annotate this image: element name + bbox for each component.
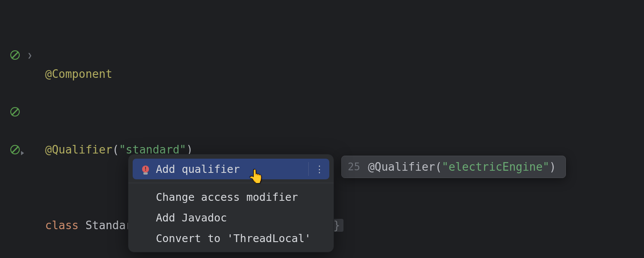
intention-item-label: Change access modifier <box>156 191 298 203</box>
intention-item-label: Add qualifier <box>156 163 240 175</box>
autowire-marker-icon <box>10 145 20 154</box>
paren: ( <box>435 160 442 173</box>
annotation: @Qualifier <box>45 143 112 156</box>
bean-marker-icon <box>10 50 20 60</box>
error-bulb-icon <box>140 164 151 174</box>
preview-string: "electricEngine" <box>442 160 549 173</box>
bean-marker-icon <box>10 107 20 117</box>
paren: ( <box>112 143 119 156</box>
keyword: class <box>45 219 79 232</box>
gutter-marker-bean[interactable] <box>0 102 45 121</box>
annotation: @Component <box>45 68 112 80</box>
intention-item-change-access[interactable]: Change access modifier <box>128 187 334 207</box>
gutter-marker-bean[interactable]: ❯ <box>0 46 45 64</box>
intention-item-convert-threadlocal[interactable]: Convert to 'ThreadLocal' <box>128 228 334 249</box>
intention-actions-popup: Add qualifier ⋮ Change access modifier A… <box>128 154 334 252</box>
fold-toggle-icon[interactable]: ❯ <box>27 51 32 60</box>
preview-line-number: 25 <box>348 161 360 173</box>
quickfix-preview-tooltip: 25 @Qualifier("electricEngine") <box>341 156 566 178</box>
intention-item-label: Add Javadoc <box>156 212 227 224</box>
divider <box>308 162 309 176</box>
intention-item-label: Convert to 'ThreadLocal' <box>156 232 311 245</box>
preview-annotation: @Qualifier <box>368 160 435 173</box>
separator <box>128 183 334 183</box>
more-options-icon[interactable]: ⋮ <box>315 164 323 175</box>
editor-gutter: ❯ <box>0 0 45 258</box>
gutter-marker-autowire[interactable] <box>0 140 45 159</box>
paren: ) <box>550 160 556 173</box>
intention-item-add-javadoc[interactable]: Add Javadoc <box>128 207 334 228</box>
code-line[interactable]: @Component <box>45 64 644 83</box>
intention-item-add-qualifier[interactable]: Add qualifier ⋮ <box>133 159 329 179</box>
